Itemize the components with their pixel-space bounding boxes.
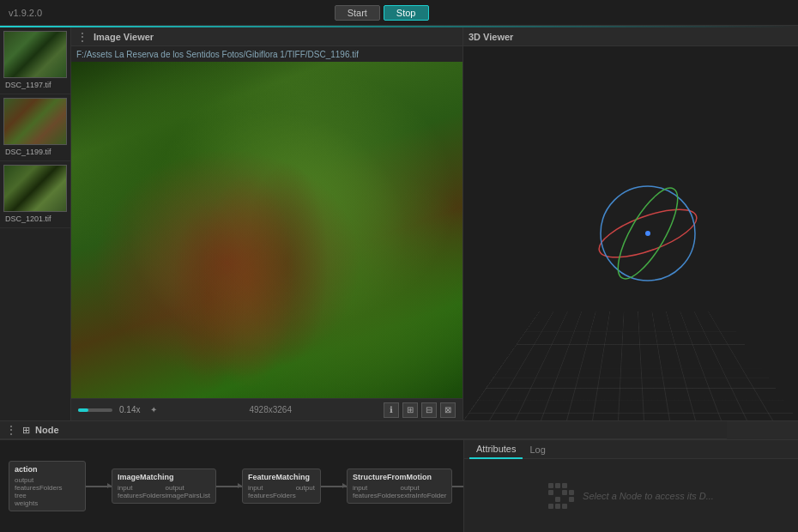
thumbnail-item[interactable]: DSC_1197.tif [0,27,70,94]
thumbnail-item[interactable]: DSC_1201.tif [0,161,70,228]
3d-grid [463,311,798,420]
select-node-hint: Select a Node to access its D... [583,491,714,501]
thumbnail-label: DSC_1201.tif [3,214,67,224]
thumbnail-label: DSC_1197.tif [3,80,67,90]
thumbnail-label: DSC_1199.tif [3,147,67,157]
port-out: output [296,484,315,499]
thumbnail-image [3,31,67,78]
zoom-level: 0.14x [119,405,140,414]
start-button[interactable]: Start [335,5,380,21]
version-label: v1.9.2.0 [9,8,42,18]
fit-icon[interactable]: ✦ [150,405,157,414]
pipeline-node-sfm[interactable]: StructureFromMotion inputfeaturesFolders… [347,469,452,504]
zoom-control[interactable] [78,408,112,412]
image-canvas[interactable] [71,62,462,398]
image-viewer-header: ⋮ Image Viewer [71,27,462,46]
3d-viewport[interactable] [463,46,798,420]
node-ports: inputfeaturesFolders output [248,484,315,499]
node-ports: inputfeaturesFolders outputextraInfoFold… [353,484,446,499]
svg-point-3 [645,231,650,236]
thumbnail-item[interactable]: DSC_1199.tif [0,94,70,161]
node-grid-icon: ⊞ [22,425,30,436]
port-in: inputfeaturesFolders [353,484,401,499]
node-ports: inputfeaturesFolders outputimagePairsLis… [118,484,210,499]
placeholder-dots-icon [548,483,574,509]
thumbnail-image [3,165,67,212]
node-connector [216,486,242,487]
image-path: F:/Assets La Reserva de los Sentidos Fot… [71,46,462,62]
image-viewer-panel: ⋮ Image Viewer F:/Assets La Reserva de l… [71,27,463,420]
image-bottom-bar: 0.14x ✦ 4928x3264 ℹ ⊞ ⊟ ⊠ [71,398,462,420]
node-menu-icon[interactable]: ⋮ [5,423,17,437]
pipeline-node-imagematching[interactable]: ImageMatching inputfeaturesFolders outpu… [112,469,216,504]
3d-viewer-header: 3D Viewer [463,27,798,46]
grid-fill-icon-btn[interactable]: ⊟ [421,402,437,418]
main-content: DSC_1197.tif DSC_1199.tif DSC_1201.tif ⋮… [0,27,798,420]
node-ports: outputfeaturesFolderstreeweights [15,476,80,507]
grid-icon-btn[interactable]: ⊞ [402,402,418,418]
tab-attributes[interactable]: Attributes [469,440,523,459]
info-icon-btn[interactable]: ℹ [384,402,399,418]
3d-viewer-panel: 3D Viewer [463,27,798,420]
zoom-bar [78,408,112,412]
node-panel-row: ⋮ ⊞ Node [0,420,798,439]
pipeline-area: action outputfeaturesFolderstreeweights … [0,439,798,532]
port-out: outputfeaturesFolderstreeweights [15,476,63,507]
orbit-svg [588,173,708,293]
image-toolbar-icons: ℹ ⊞ ⊟ ⊠ [384,402,456,418]
plant-image [71,62,462,398]
pipeline-node-featurematching[interactable]: FeatureMatching inputfeaturesFolders out… [242,469,321,504]
thumbnail-panel: DSC_1197.tif DSC_1199.tif DSC_1201.tif [0,27,71,420]
port-in: inputfeaturesFolders [248,484,296,499]
attributes-content: Select a Node to access its D... [464,459,798,532]
image-dimensions: 4928x3264 [164,405,377,414]
attributes-panel: Attributes Log Select a Node to access i… [463,439,798,532]
port-out: outputextraInfoFolder [401,484,447,499]
node-panel-header: ⋮ ⊞ Node [0,421,727,439]
image-viewer-title: Image Viewer [94,32,154,42]
tab-log[interactable]: Log [523,440,552,459]
node-title: StructureFromMotion [353,473,446,481]
port-out: outputimagePairsList [166,484,210,499]
pipeline-node-action[interactable]: action outputfeaturesFolderstreeweights [9,461,86,511]
node-connector [86,486,112,487]
stop-button[interactable]: Stop [384,5,429,21]
thumbnail-image [3,98,67,145]
node-connector [321,486,347,487]
attributes-tabs: Attributes Log [464,440,798,459]
node-title: FeatureMatching [248,473,315,481]
menu-icon[interactable]: ⋮ [76,30,88,44]
port-in: inputfeaturesFolders [118,484,166,499]
scan-icon-btn[interactable]: ⊠ [440,402,456,418]
top-bar: v1.9.2.0 Start Stop [0,0,798,26]
zoom-bar-fill [78,408,88,412]
toolbar-center: Start Stop [335,5,429,21]
node-title: action [15,465,80,474]
3d-viewer-title: 3D Viewer [469,32,513,42]
node-title: ImageMatching [118,473,210,481]
node-panel-title: Node [35,425,59,435]
